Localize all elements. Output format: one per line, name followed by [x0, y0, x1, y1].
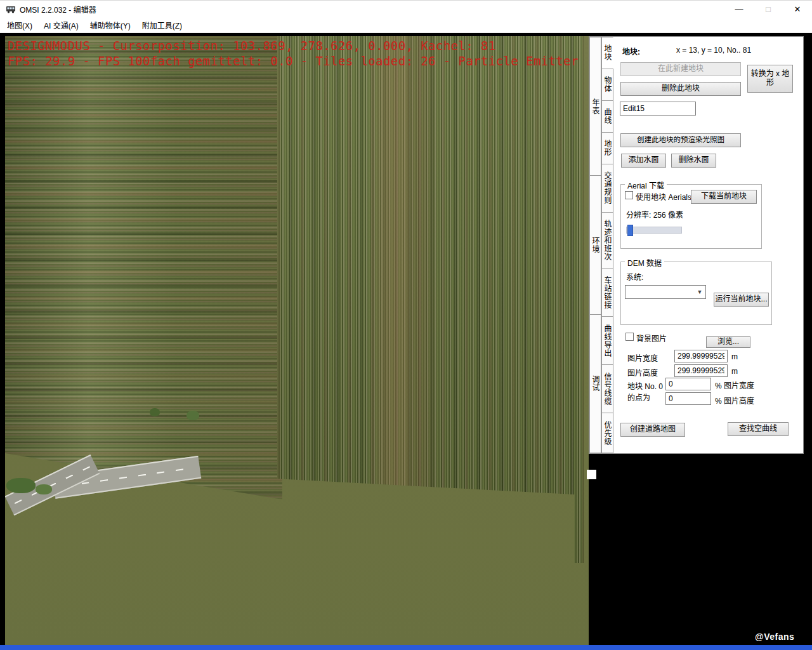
- aerial-group-title: Aerial 下载: [625, 180, 667, 190]
- dem-group-title: DEM 数据: [625, 257, 664, 268]
- resolution-slider[interactable]: [626, 227, 682, 234]
- dem-system-dropdown[interactable]: ▼: [625, 285, 706, 299]
- image-height-label: 图片高度: [627, 367, 658, 378]
- tab-tiles[interactable]: 地块: [601, 37, 613, 69]
- bush: [36, 484, 52, 494]
- aerial-download-group: Aerial 下载 使用地块 Aerials 下载当前地块 分辨率: 256 像…: [620, 184, 762, 249]
- image-width-unit: m: [731, 352, 738, 361]
- minimize-button[interactable]: —: [724, 1, 754, 18]
- tab-traffic-rules[interactable]: 交通规则: [601, 164, 613, 213]
- panel-fragment: [587, 470, 596, 479]
- image-width-label: 图片宽度: [627, 352, 658, 363]
- debug-line-fps: FPS: 29.9 - FPS 100fach gemittelt: 0.0 -…: [8, 53, 579, 69]
- debug-overlay: DESIGNMODUS - Cursorposition: 103.869, 2…: [8, 38, 579, 69]
- tab-chrono[interactable]: 年表: [589, 37, 601, 176]
- delete-tile-button[interactable]: 删除此地块: [620, 82, 741, 96]
- outer-tab-strip: 年表 环境 调试: [589, 37, 601, 453]
- create-tile-here-button[interactable]: 在此新建地块: [620, 62, 741, 76]
- bush: [6, 478, 36, 493]
- chevron-down-icon: ▼: [694, 286, 705, 298]
- image-height-input[interactable]: [674, 364, 728, 377]
- tab-signal-chains[interactable]: 信号线缆: [601, 364, 613, 413]
- add-water-button[interactable]: 添加水面: [621, 154, 666, 168]
- tile-no-label: 地块 No. 0: [627, 380, 663, 391]
- terrain-wall-center: [277, 36, 584, 563]
- remove-water-button[interactable]: 删除水面: [671, 154, 716, 168]
- prerender-lightmap-button[interactable]: 创建此地块的预渲染光照图: [620, 133, 741, 147]
- percent-height-label: % 图片高度: [715, 395, 754, 406]
- inner-tab-strip: 地块 物体 曲线 地形 交通规则 轨迹和班次 车站链接 曲线导出 信号线缆 优先…: [601, 37, 613, 453]
- tab-environment[interactable]: 环境: [589, 175, 601, 314]
- title-bar[interactable]: OMSI 2.2.032 - 编辑器 — □ ✕: [0, 0, 812, 18]
- tab-spline-export[interactable]: 曲线导出: [601, 316, 613, 365]
- use-tile-aerials-checkbox[interactable]: [625, 191, 633, 199]
- background-image-checkbox[interactable]: [625, 333, 634, 341]
- tree: [187, 411, 199, 420]
- menu-helper-objects[interactable]: 辅助物体(Y): [84, 18, 136, 33]
- menu-bar: 地图(X) AI 交通(A) 辅助物体(Y) 附加工具(Z): [0, 18, 812, 33]
- desktop: { "window": { "title": "OMSI 2.2.032 - 编…: [0, 0, 812, 650]
- convert-terrain-button[interactable]: 转换为 x 地形: [747, 65, 793, 93]
- window-controls: — □ ✕: [724, 1, 812, 18]
- download-current-tile-button[interactable]: 下载当前地块: [691, 190, 757, 204]
- window-title: OMSI 2.2.032 - 编辑器: [20, 4, 96, 15]
- create-roadmap-button[interactable]: 创建道路地图: [620, 423, 685, 437]
- tab-debug[interactable]: 调试: [589, 314, 601, 453]
- dem-system-value: [625, 286, 694, 298]
- dem-data-group: DEM 数据 系统: ▼ 运行当前地块...: [620, 262, 772, 325]
- tab-priority[interactable]: 优先级: [601, 413, 613, 453]
- watermark: @Vefans: [755, 632, 794, 642]
- tab-terrain[interactable]: 地形: [601, 132, 613, 164]
- resolution-label: 分辨率: 256 像素: [626, 209, 683, 220]
- menu-addon-tools[interactable]: 附加工具(Z): [136, 18, 188, 33]
- taskbar-strip: [0, 645, 812, 650]
- origin-x-input[interactable]: [665, 378, 711, 390]
- menu-map[interactable]: 地图(X): [1, 18, 38, 33]
- terrain-wall-left: [5, 36, 282, 500]
- tree: [150, 408, 160, 416]
- menu-ai-traffic[interactable]: AI 交通(A): [38, 18, 84, 33]
- background-image-label: 背景图片: [636, 333, 667, 343]
- tile-coordinates: x = 13, y = 10, No.. 81: [676, 46, 751, 55]
- browse-button[interactable]: 浏览...: [706, 336, 750, 348]
- image-width-input[interactable]: [674, 350, 728, 362]
- resolution-slider-thumb[interactable]: [627, 225, 633, 236]
- app-bus-icon: [6, 4, 16, 15]
- tab-splines[interactable]: 曲线: [601, 100, 613, 133]
- tile-label: 地块:: [622, 46, 640, 56]
- tab-objects[interactable]: 物体: [601, 69, 613, 101]
- point-label: 的点为: [627, 392, 650, 402]
- tab-station-links[interactable]: 车站链接: [601, 268, 613, 317]
- system-label: 系统:: [626, 271, 643, 282]
- close-button[interactable]: ✕: [783, 1, 812, 18]
- editor-tool-panel: 年表 环境 调试 地块 物体 曲线 地形 交通规则 轨迹和班次 车站链接 曲线导…: [589, 36, 804, 454]
- tile-tab-content: 地块: x = 13, y = 10, No.. 81 在此新建地块 转换为 x…: [613, 37, 803, 453]
- percent-width-label: % 图片宽度: [715, 380, 754, 390]
- tab-tracks-trips[interactable]: 轨迹和班次: [601, 212, 613, 269]
- origin-y-input[interactable]: [665, 392, 711, 405]
- use-tile-aerials-label: 使用地块 Aerials: [636, 191, 691, 202]
- tile-edit-field[interactable]: [620, 102, 696, 116]
- image-height-unit: m: [731, 367, 738, 376]
- run-current-tile-button[interactable]: 运行当前地块...: [714, 293, 769, 307]
- maximize-button[interactable]: □: [754, 1, 783, 18]
- debug-line-cursorposition: DESIGNMODUS - Cursorposition: 103.869, 2…: [8, 38, 579, 53]
- find-empty-spline-button[interactable]: 查找空曲线: [728, 422, 789, 436]
- editor-3d-viewport[interactable]: DESIGNMODUS - Cursorposition: 103.869, 2…: [5, 36, 589, 645]
